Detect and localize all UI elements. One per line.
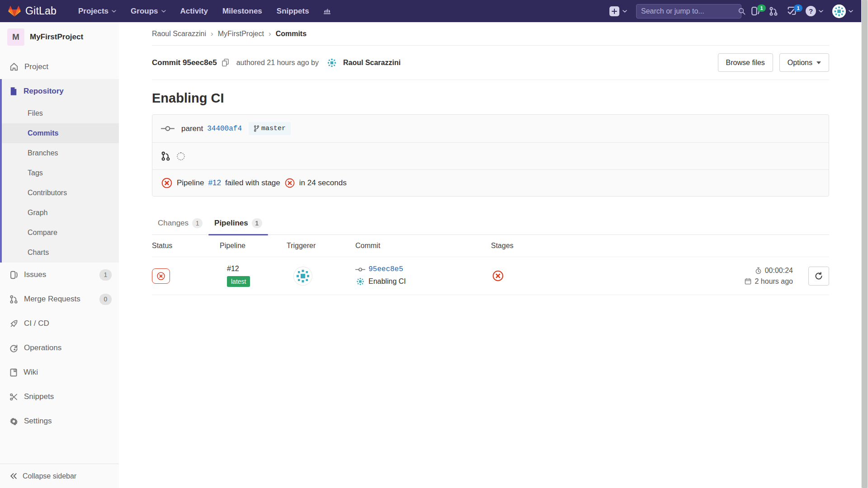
sidebar-item-commits[interactable]: Commits — [2, 123, 119, 143]
page-scrollbar[interactable] — [861, 0, 868, 488]
column-header-triggerer: Triggerer — [287, 235, 355, 257]
cell-stages — [491, 270, 633, 282]
gitlab-tanuki-icon — [8, 5, 21, 17]
todos-shortcut-button[interactable]: 1 — [787, 6, 797, 16]
sidebar-item-merge-requests[interactable]: Merge Requests 0 — [0, 287, 119, 311]
pipeline-failed-icon — [161, 177, 173, 189]
sub-item-label: Graph — [28, 209, 47, 217]
sidebar-item-label: Settings — [24, 417, 52, 426]
tab-label: Changes — [158, 219, 189, 228]
pipeline-finished-time: 2 hours ago — [755, 277, 793, 286]
instance-statistics-icon[interactable] — [318, 3, 336, 19]
scissors-icon — [9, 393, 18, 401]
browse-files-button[interactable]: Browse files — [718, 53, 773, 72]
options-button[interactable]: Options — [779, 53, 829, 72]
sidebar-item-compare[interactable]: Compare — [2, 223, 119, 243]
sidebar-item-repository[interactable]: Repository — [2, 79, 119, 103]
sidebar-item-label: Operations — [24, 343, 61, 352]
tab-changes[interactable]: Changes 1 — [152, 213, 208, 235]
pipeline-status-text-2: failed with stage — [225, 178, 280, 188]
sidebar-item-files[interactable]: Files — [2, 103, 119, 123]
project-avatar: M — [7, 28, 24, 46]
breadcrumb-project[interactable]: MyFirstProject — [218, 30, 264, 38]
document-icon — [9, 87, 18, 96]
nav-activity[interactable]: Activity — [175, 3, 213, 19]
merge-requests-shortcut-button[interactable] — [769, 7, 778, 16]
calendar-icon — [745, 278, 751, 285]
commit-author-avatar — [355, 277, 365, 286]
help-menu-button[interactable]: ? — [806, 6, 823, 16]
sub-item-label: Charts — [28, 249, 49, 257]
search-icon[interactable] — [738, 8, 745, 15]
sidebar-item-graph[interactable]: Graph — [2, 203, 119, 223]
breadcrumb-commits[interactable]: Commits — [276, 30, 307, 38]
sidebar-item-branches[interactable]: Branches — [2, 143, 119, 163]
sidebar-item-wiki[interactable]: Wiki — [0, 360, 119, 385]
sidebar-item-operations[interactable]: Operations — [0, 336, 119, 360]
tab-count-badge: 1 — [252, 218, 262, 228]
breadcrumb-separator: › — [211, 29, 213, 38]
author-avatar[interactable] — [326, 57, 338, 69]
commit-actions: Browse files Options — [718, 53, 829, 72]
parent-sha-link[interactable]: 34400af4 — [207, 125, 242, 133]
retry-pipeline-button[interactable] — [808, 267, 829, 286]
collapse-sidebar-button[interactable]: Collapse sidebar — [0, 464, 119, 488]
pipeline-link[interactable]: #12 — [208, 178, 221, 188]
sidebar-item-settings[interactable]: Settings — [0, 409, 119, 433]
sidebar-item-label: Repository — [24, 87, 64, 96]
triggerer-avatar[interactable] — [294, 267, 312, 285]
sidebar-item-contributors[interactable]: Contributors — [2, 183, 119, 203]
branch-ref-pill[interactable]: master — [249, 122, 291, 135]
main-menu: Projects Groups Activity Milestones Snip… — [73, 3, 336, 19]
column-header-commit: Commit — [355, 235, 491, 257]
stopwatch-icon — [755, 267, 762, 274]
chevron-down-icon — [161, 10, 166, 13]
sidebar-item-label: Issues — [24, 270, 46, 279]
tab-pipelines[interactable]: Pipelines 1 — [208, 213, 268, 235]
pipeline-status-failed-button[interactable] — [152, 268, 170, 284]
cell-actions — [793, 267, 829, 286]
home-icon — [9, 62, 19, 71]
project-context-header[interactable]: M MyFirstProject — [0, 22, 119, 55]
gitlab-logo-text: GitLab — [25, 5, 57, 17]
nav-groups[interactable]: Groups — [125, 3, 171, 19]
stage-failed-icon[interactable] — [492, 270, 504, 282]
gitlab-logo[interactable]: GitLab — [8, 5, 57, 17]
stage-failed-icon — [284, 178, 295, 188]
nav-snippets[interactable]: Snippets — [271, 3, 315, 19]
collapse-sidebar-label: Collapse sidebar — [23, 472, 76, 480]
pipeline-id-link[interactable]: #12 — [227, 265, 239, 273]
copy-sha-button[interactable] — [222, 58, 229, 67]
sidebar-item-charts[interactable]: Charts — [2, 243, 119, 263]
new-menu-button[interactable] — [609, 6, 627, 16]
scrollbar-thumb[interactable] — [862, 0, 868, 488]
pipeline-row: #12 latest 95eec8e5 — [152, 257, 829, 295]
chevron-down-icon — [623, 10, 627, 13]
sub-item-label: Tags — [28, 169, 43, 177]
nav-projects[interactable]: Projects — [73, 3, 122, 19]
nav-milestones[interactable]: Milestones — [217, 3, 268, 19]
breadcrumb-user[interactable]: Raoul Scarazzini — [152, 30, 206, 38]
sidebar-item-issues[interactable]: Issues 1 — [0, 263, 119, 287]
global-search[interactable] — [636, 4, 741, 19]
search-input[interactable] — [641, 7, 735, 15]
parent-label: parent — [181, 124, 203, 133]
commit-sha-link[interactable]: 95eec8e5 — [368, 265, 403, 273]
sidebar-item-tags[interactable]: Tags — [2, 163, 119, 183]
issues-shortcut-button[interactable]: 1 — [750, 6, 760, 16]
pipeline-status-text-1: Pipeline — [177, 178, 204, 188]
user-menu-button[interactable] — [832, 5, 853, 18]
sidebar-item-project[interactable]: Project — [0, 55, 119, 79]
sidebar-item-ci-cd[interactable]: CI / CD — [0, 311, 119, 336]
issues-icon — [9, 271, 18, 279]
cell-status — [152, 268, 220, 284]
commit-icon — [355, 267, 365, 272]
nav-projects-label: Projects — [78, 7, 108, 16]
sidebar-item-snippets[interactable]: Snippets — [0, 385, 119, 409]
author-name[interactable]: Raoul Scarazzini — [343, 59, 401, 67]
commit-message-link[interactable]: Enabling CI — [368, 277, 406, 286]
pipelines-table-header: Status Pipeline Triggerer Commit Stages — [152, 235, 829, 257]
commit-parent-row: parent 34400af4 master — [152, 115, 829, 143]
sub-item-label: Commits — [28, 129, 58, 137]
chevron-down-icon — [816, 61, 821, 64]
